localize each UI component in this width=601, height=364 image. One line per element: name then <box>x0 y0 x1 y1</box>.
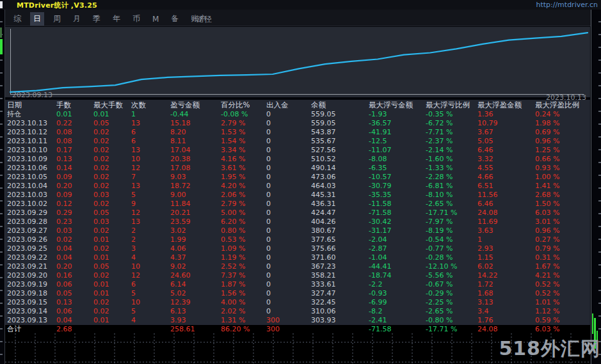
cell: 2.06 % <box>221 191 266 200</box>
cell: -2.25 % <box>426 298 477 307</box>
cell: 559.05 <box>311 119 369 128</box>
table-row[interactable]: 2023.10.090.130.021020.384.16 %0510.52-8… <box>5 155 590 164</box>
cell: 0.02 <box>93 200 131 209</box>
cell: 0.80 % <box>221 226 266 235</box>
table-row[interactable]: 2023.09.180.050.0155.021.56 %0327.47-0.9… <box>5 289 590 298</box>
tab-综[interactable]: 综 <box>10 12 24 26</box>
cell: 3.63 <box>477 226 535 235</box>
cell: 0.01 <box>93 235 131 244</box>
cell: -11.07 <box>369 146 426 155</box>
cell: 6.46 <box>477 146 535 155</box>
table-row[interactable]: 2023.09.250.040.0234.061.09 %0375.66-2.8… <box>5 244 590 253</box>
table-row[interactable]: 2023.10.120.080.0268.201.53 %0543.87-41.… <box>5 128 590 137</box>
cell: 0.02 <box>93 271 131 280</box>
cell: -2.65 % <box>426 200 477 209</box>
table-row[interactable]: 2023.09.210.200.05109.022.52 %0367.23-44… <box>5 262 590 271</box>
cell: 4 <box>131 253 170 262</box>
tab-日[interactable]: 日 <box>30 12 44 26</box>
table-row[interactable]: 2023.10.040.200.021318.724.20 %0464.03-3… <box>5 182 590 191</box>
cell: 375.66 <box>311 244 369 253</box>
cell: -0.44 <box>170 110 221 119</box>
table-row[interactable]: 2023.09.290.290.051220.215.00 %0424.47-7… <box>5 209 590 218</box>
cell: 0.05 <box>93 209 131 218</box>
tab-季[interactable]: 季 <box>90 12 104 26</box>
total-row[interactable]: 合计2.68258.6186.20 %300-71.58-17.71 %24.0… <box>5 325 590 334</box>
cell: 13 <box>131 146 170 155</box>
cell: 6 <box>131 137 170 146</box>
cell: -0.08 % <box>221 110 266 119</box>
table-row[interactable]: 2023.10.110.080.0268.111.54 %0535.67-12.… <box>5 137 590 146</box>
tab-M[interactable]: M <box>149 13 162 25</box>
open-position-row[interactable]: 持仓0.010.011-0.44-0.08 %0559.05-1.93-0.35… <box>5 110 590 119</box>
cell: 0.02 <box>93 164 131 173</box>
col-header: 次数 <box>131 100 170 110</box>
cell: 13 <box>131 182 170 191</box>
cell: 2023.10.13 <box>5 119 56 128</box>
cell: 464.03 <box>311 182 369 191</box>
cell: 0 <box>266 173 311 182</box>
cell: 23.59 <box>170 218 221 226</box>
cell: -17.71 % <box>426 209 477 218</box>
tab-周[interactable]: 周 <box>50 12 64 26</box>
cell: -30.79 <box>369 182 426 191</box>
cell: 3 <box>131 244 170 253</box>
table-row[interactable]: 2023.10.050.090.0279.031.95 %0473.06-10.… <box>5 173 590 182</box>
cell: 6.02 <box>477 262 535 271</box>
cell: 0 <box>266 307 311 316</box>
table-row[interactable]: 2023.09.190.060.0166.141.87 %0333.61-2.2… <box>5 280 590 289</box>
table-row[interactable]: 2023.10.100.170.021317.043.34 %0527.56-1… <box>5 146 590 155</box>
cell: 6.51 <box>477 182 535 191</box>
cell: 17.04 <box>170 146 221 155</box>
cell: 0.01 <box>56 110 93 119</box>
col-header: 出入金 <box>266 100 311 110</box>
table-row[interactable]: 2023.09.280.230.031323.596.20 %0404.26-3… <box>5 218 590 226</box>
cell: -36.57 <box>369 119 426 128</box>
cell: 0.04 <box>56 316 93 325</box>
table-row[interactable]: 2023.09.130.040.0143.931.31 %300303.93-2… <box>5 316 590 325</box>
table-row[interactable]: 2023.10.030.090.0359.002.06 %0445.31-35.… <box>5 191 590 200</box>
cell: 0 <box>266 253 311 262</box>
cell: 535.67 <box>311 137 369 146</box>
tab-年[interactable]: 年 <box>109 12 124 26</box>
cell: 2.93 <box>477 244 535 253</box>
cell: -71.58 <box>369 325 426 334</box>
cell: 300 <box>266 316 311 325</box>
cell: 0 <box>266 244 311 253</box>
table-row[interactable]: 2023.09.150.130.021012.394.00 %0322.45-6… <box>5 298 590 307</box>
cell: 2023.09.28 <box>5 218 56 226</box>
cell: 2023.09.15 <box>5 298 56 307</box>
right-gutter-ruler[interactable] <box>591 10 601 364</box>
cell: 13 <box>131 218 170 226</box>
table-row[interactable]: 2023.09.270.030.0223.020.80 %0380.67-31.… <box>5 226 590 235</box>
cell: 24.60 <box>170 271 221 280</box>
table-row[interactable]: 2023.09.260.020.0121.990.53 %0377.65-2.0… <box>5 235 590 244</box>
cell: 0.01 <box>93 280 131 289</box>
menu-item-path[interactable]: 路径 <box>196 14 212 25</box>
table-row[interactable]: 2023.10.130.220.051315.182.79 %0559.05-3… <box>5 119 590 128</box>
cell: 12 <box>131 271 170 280</box>
table-row[interactable]: 2023.10.020.120.02911.842.79 %0436.31-11… <box>5 200 590 209</box>
table-row[interactable]: 2023.09.140.060.0256.132.02 %0310.06-8.2… <box>5 307 590 316</box>
tab-月[interactable]: 月 <box>70 12 84 26</box>
cell: 0.53 % <box>221 235 266 244</box>
cell: 0.02 <box>93 226 131 235</box>
table-row[interactable]: 2023.09.220.040.0144.371.19 %0371.60-1.0… <box>5 253 590 262</box>
tab-备[interactable]: 备 <box>168 12 182 26</box>
cell: 1.25 % <box>535 146 590 155</box>
cell: 0.69 % <box>535 128 590 137</box>
cell: -5.56 % <box>426 271 477 280</box>
tab-币[interactable]: 币 <box>129 12 143 26</box>
cell: 9.00 <box>170 191 221 200</box>
cell: 2.52 % <box>221 262 266 271</box>
cell: 0.02 <box>93 128 131 137</box>
cell: 4.66 <box>477 173 535 182</box>
cell: 0 <box>266 271 311 280</box>
cell: -2.37 % <box>426 137 477 146</box>
vendor-url-link[interactable]: http://mtdriver.cn <box>536 1 598 9</box>
cell: 0.01 <box>93 289 131 298</box>
table-row[interactable]: 2023.10.060.140.021217.083.61 %0490.14-6… <box>5 164 590 173</box>
cell: 20.38 <box>170 155 221 164</box>
cell: 0.04 <box>56 253 93 262</box>
cell: 0.02 <box>93 182 131 191</box>
table-row[interactable]: 2023.09.200.160.021224.607.37 %0358.21-1… <box>5 271 590 280</box>
